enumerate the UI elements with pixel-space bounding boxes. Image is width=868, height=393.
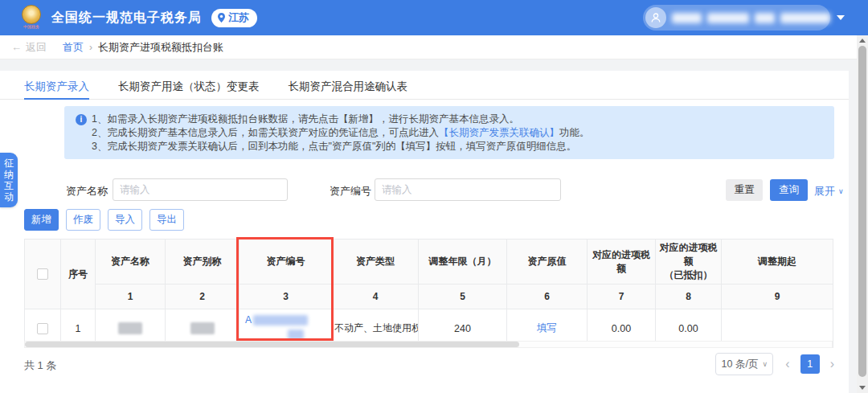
back-label: 返回 (26, 40, 47, 55)
col-number-2: 2 (166, 285, 240, 309)
col-input-tax-header: 对应的进项税额 (588, 239, 656, 285)
pagination: 10 条/页 ∨ ‹ 1 › (715, 352, 834, 376)
info-icon: i (76, 114, 87, 125)
breadcrumb: ← 返回 首页 › 长期资产进项税额抵扣台账 (0, 35, 857, 59)
import-button[interactable]: 导入 (108, 209, 142, 231)
asset-name-input[interactable] (113, 178, 288, 201)
back-arrow-icon: ← (11, 41, 22, 53)
col-number-4: 4 (333, 285, 419, 309)
emblem-icon (22, 5, 41, 24)
asset-code-link[interactable]: A (241, 314, 330, 342)
vertical-scrollbar-thumb[interactable] (858, 46, 866, 377)
redacted-asset-name (118, 322, 142, 334)
notice-line1: 1、如需录入长期资产进项税额抵扣台账数据，请先点击【新增】，进行长期资产基本信息… (92, 113, 519, 126)
vertical-scrollbar[interactable] (857, 35, 868, 393)
region-label: 江苏 (228, 10, 249, 25)
redacted-user-text (707, 13, 749, 23)
region-badge[interactable]: 江苏 (211, 9, 257, 27)
tab-asset-entry[interactable]: 长期资产录入 (24, 71, 89, 100)
main-content: 长期资产录入 长期资产用途（状态）变更表 长期资产混合用途确认表 i 1、如需录… (0, 71, 849, 393)
col-input-tax-deducted-header: 对应的进项税额 （已抵扣） (656, 239, 722, 285)
notice-line2-suffix: 功能。 (559, 127, 590, 138)
query-button[interactable]: 查询 (770, 179, 808, 201)
total-count: 共 1 条 (24, 358, 56, 373)
next-page-button[interactable]: › (830, 357, 834, 371)
export-button[interactable]: 导出 (149, 209, 184, 231)
select-all-header (25, 239, 61, 309)
redacted-user-text (755, 13, 775, 23)
prev-page-button[interactable]: ‹ (785, 357, 789, 371)
tab-bar: 长期资产录入 长期资产用途（状态）变更表 长期资产混合用途确认表 (0, 71, 849, 100)
col-number-9: 9 (722, 285, 833, 309)
reset-button[interactable]: 重置 (726, 179, 763, 201)
logo-caption: 中国税务 (19, 24, 43, 29)
redacted-asset-code (288, 330, 304, 340)
col-asset-type-header: 资产类型 (333, 239, 419, 285)
add-button[interactable]: 新增 (24, 209, 59, 231)
redacted-user-text (672, 13, 702, 23)
chevron-down-icon: ∨ (838, 187, 844, 195)
breadcrumb-separator-icon: › (89, 42, 92, 53)
tax-bureau-logo-icon: 中国税务 (19, 4, 43, 31)
page-size-select[interactable]: 10 条/页 ∨ (715, 353, 773, 375)
col-adjust-start-header: 调整期起 (722, 239, 833, 285)
person-icon (650, 12, 661, 23)
user-menu-caret-icon[interactable] (837, 15, 845, 20)
page-size-value: 10 条/页 (722, 358, 759, 371)
breadcrumb-current: 长期资产进项税额抵扣台账 (98, 40, 223, 55)
tab-mixed-usage-confirm[interactable]: 长期资产混合用途确认表 (289, 71, 408, 100)
asset-code-label: 资产编号 (330, 184, 371, 199)
col-asset-name-header: 资产名称 (96, 239, 166, 285)
tax-interaction-side-tab[interactable]: 征纳互动 (0, 153, 18, 207)
col-number-6: 6 (507, 285, 588, 309)
col-adjust-period-header: 调整年限（月） (419, 239, 507, 285)
col-number-8: 8 (656, 285, 722, 309)
search-form: 资产名称 资产编号 重置 查询 展开 ∨ (0, 178, 849, 203)
invoice-association-link[interactable]: 【长期资产发票关联确认】 (439, 127, 559, 138)
col-asset-code-header: 资产编号 (240, 239, 333, 285)
top-header: 中国税务 全国统一规范电子税务局 江苏 (0, 0, 868, 35)
col-asset-alias-header: 资产别称 (166, 239, 240, 285)
horizontal-scrollbar-thumb[interactable] (25, 342, 519, 347)
user-account-pill[interactable] (643, 5, 830, 31)
void-button[interactable]: 作废 (66, 209, 100, 231)
redacted-user-text (780, 13, 830, 23)
instructions-notice: i 1、如需录入长期资产进项税额抵扣台账数据，请先点击【新增】，进行长期资产基本… (64, 106, 834, 159)
col-number-1: 1 (96, 285, 166, 309)
table-footer: 共 1 条 10 条/页 ∨ ‹ 1 › (24, 352, 834, 376)
back-button[interactable]: ← 返回 (11, 40, 47, 55)
asset-code-prefix: A (245, 314, 252, 325)
col-seq-header: 序号 (61, 239, 96, 309)
redacted-asset-code (253, 315, 308, 325)
col-number-7: 7 (588, 285, 656, 309)
notice-line3: 3、完成长期资产发票关联确认后，回到本功能，点击"资产原值"列的【填写】按钮，填… (76, 140, 823, 154)
redacted-asset-alias (190, 322, 215, 334)
col-number-3: 3 (240, 285, 333, 309)
app-title: 全国统一规范电子税务局 (51, 10, 202, 27)
tab-usage-change[interactable]: 长期资产用途（状态）变更表 (118, 71, 260, 100)
select-all-checkbox[interactable] (37, 268, 48, 280)
breadcrumb-home-link[interactable]: 首页 (63, 40, 84, 55)
row-checkbox[interactable] (37, 323, 48, 334)
notice-line2: 2、完成长期资产基本信息录入后，如需关联资产对应的凭证信息，可点此进入 (92, 127, 439, 138)
horizontal-scrollbar[interactable] (24, 341, 833, 348)
asset-code-input[interactable] (375, 178, 561, 201)
ledger-table: 序号 资产名称 资产别称 资产编号 资产类型 调整年限（月） 资产原值 对应的进… (24, 239, 833, 348)
expand-toggle[interactable]: 展开 ∨ (814, 184, 844, 199)
chevron-down-icon: ∨ (762, 360, 768, 368)
scroll-down-arrow-icon[interactable] (859, 386, 866, 390)
expand-label: 展开 (814, 184, 835, 199)
scroll-up-arrow-icon[interactable] (859, 39, 866, 43)
user-avatar (645, 7, 666, 28)
asset-name-label: 资产名称 (66, 184, 108, 199)
col-original-value-header: 资产原值 (507, 239, 588, 285)
fill-link[interactable]: 填写 (537, 322, 557, 334)
current-page-button[interactable]: 1 (800, 354, 820, 374)
col-number-5: 5 (419, 285, 507, 309)
location-pin-icon (217, 13, 226, 23)
